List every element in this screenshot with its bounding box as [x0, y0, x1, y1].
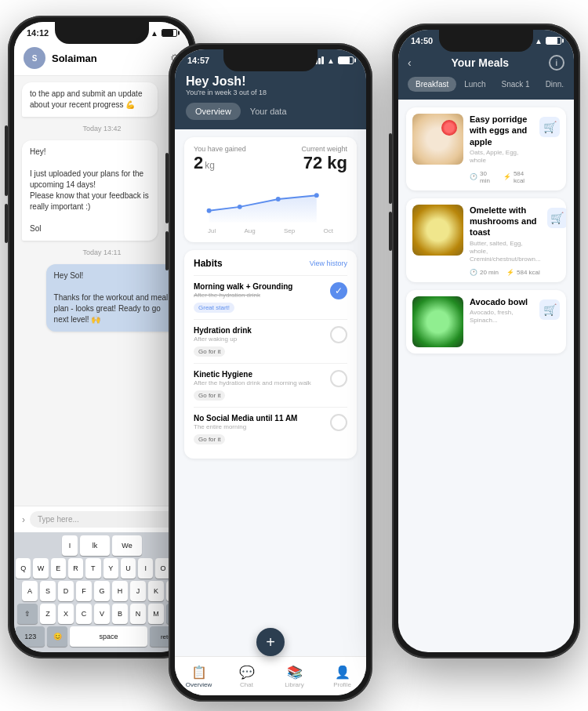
habit-check-1[interactable]: ✓ [330, 282, 347, 299]
meal-ingredients-2: Butter, salted, Egg, whole, Cremini/ches… [470, 240, 541, 264]
weight-chart [194, 180, 347, 223]
current-weight-val: 72 kg [301, 153, 347, 173]
key-i[interactable]: I [138, 558, 153, 579]
info-icon[interactable]: i [549, 55, 564, 71]
back-button[interactable]: ‹ [408, 56, 412, 69]
key-a[interactable]: A [22, 581, 38, 601]
tab-lunch[interactable]: Lunch [456, 77, 493, 92]
nav-overview[interactable]: 📋 Overview [175, 665, 223, 688]
key-e[interactable]: E [51, 558, 66, 579]
keyboard-row1: Q W E R T Y U I O P [16, 558, 188, 579]
key-w[interactable]: W [33, 558, 48, 579]
key-shift[interactable]: ⇧ [17, 604, 38, 624]
meal-time-2: 🕐 20 min [470, 269, 499, 276]
chart-label-oct: Oct [323, 227, 332, 234]
chat-messages: to the app and submit an update about yo… [14, 76, 190, 506]
phone-btn-center4 [165, 169, 169, 216]
meal-image-avocado [412, 296, 463, 347]
view-history-link[interactable]: View history [310, 259, 347, 267]
habit-check-2[interactable] [330, 326, 347, 343]
key-x[interactable]: X [58, 604, 74, 624]
key-f[interactable]: F [76, 581, 92, 601]
key-z[interactable]: Z [40, 604, 56, 624]
dash-week-info: You're in week 3 out of 18 [186, 89, 355, 96]
habit-row-3: Kinetic Hygiene After the hydration drin… [194, 370, 347, 401]
key-y[interactable]: Y [103, 558, 118, 579]
meal-add-button-1[interactable]: 🛒 [539, 117, 560, 137]
clock-icon: 🕐 [470, 173, 477, 180]
key-emoji[interactable]: 😊 [47, 626, 67, 647]
chat-input[interactable]: Type here... [30, 511, 182, 528]
nav-library[interactable]: 📚 Library [270, 665, 318, 688]
key-123[interactable]: 123 [16, 626, 45, 647]
chat-date-2: Today 14:11 [22, 248, 182, 256]
key-q[interactable]: Q [16, 558, 31, 579]
tab-your-data[interactable]: Your data [241, 103, 296, 120]
phone-notch-left [55, 22, 149, 44]
meal-add-button-2[interactable]: 🛒 [547, 208, 566, 228]
meal-card-inner-1: Easy porridge with eggs and apple Oats, … [406, 107, 566, 190]
habit-badge-1: Great start! [194, 303, 234, 313]
habit-sub-3: After the hydration drink and morning wa… [194, 379, 311, 386]
keyboard-row3: ⇧ Z X C V B N M ⌫ [16, 604, 188, 624]
chart-label-sep: Sep [284, 227, 295, 234]
meal-kcal-val-2: 584 kcal [517, 269, 540, 276]
nav-chat-label: Chat [240, 681, 253, 688]
wifi-icon: ▲ [151, 29, 158, 38]
habit-badge-2: Go for it [194, 346, 225, 357]
suggestion-i[interactable]: I [62, 535, 78, 556]
chat-icon: 💬 [239, 665, 255, 680]
key-h[interactable]: H [112, 581, 128, 601]
profile-icon: 👤 [335, 665, 350, 680]
meal-info-3: Avocado bowl Avocado, fresh, Spinach... [470, 296, 533, 330]
status-time-center: 14:57 [187, 56, 209, 65]
meal-ingredients-3: Avocado, fresh, Spinach... [470, 309, 533, 325]
chat-header: S Solaiman ⚙ [14, 41, 190, 76]
phone-notch-right [439, 30, 533, 52]
key-c[interactable]: C [76, 604, 92, 624]
key-j[interactable]: J [130, 581, 146, 601]
key-b[interactable]: B [112, 604, 128, 624]
library-icon: 📚 [287, 665, 303, 680]
meal-kcal-1: ⚡ 584 kcal [503, 170, 533, 184]
habit-row-4: No Social Media until 11 AM The entire m… [194, 414, 347, 444]
key-s[interactable]: S [40, 581, 56, 601]
meal-add-button-3[interactable]: 🛒 [539, 299, 560, 320]
key-r[interactable]: R [68, 558, 83, 579]
key-k[interactable]: K [148, 581, 164, 601]
chat-bubble-incoming: to the app and submit an update about yo… [22, 82, 158, 117]
tab-dinner[interactable]: Dinn... [538, 77, 564, 92]
habit-info-3: Kinetic Hygiene After the hydration drin… [194, 370, 311, 401]
key-d[interactable]: D [58, 581, 74, 601]
weight-card-top: You have gained 2 kg Current weight 72 k… [194, 145, 347, 173]
meal-name-1: Easy porridge with eggs and apple [470, 114, 533, 147]
tab-snack1[interactable]: Snack 1 [494, 77, 538, 92]
tab-breakfast[interactable]: Breakfast [408, 77, 456, 92]
keyboard[interactable]: I lk We Q W E R T Y U I O P [14, 532, 190, 652]
meal-meta-2: 🕐 20 min ⚡ 584 kcal [470, 269, 541, 276]
key-space[interactable]: space [70, 626, 147, 647]
suggestion-lk[interactable]: lk [80, 535, 110, 556]
weight-gained-value-row: 2 kg [194, 153, 246, 173]
status-time-left: 14:12 [27, 28, 49, 38]
key-m[interactable]: M [148, 604, 164, 624]
habits-section: Habits View history Morning walk + Groun… [184, 250, 357, 459]
habit-check-3[interactable] [330, 370, 347, 387]
key-g[interactable]: G [94, 581, 110, 601]
chat-contact-name: Solaiman [52, 53, 164, 64]
nav-chat[interactable]: 💬 Chat [223, 665, 270, 688]
nav-profile[interactable]: 👤 Profile [318, 665, 366, 688]
weight-gained-section: You have gained 2 kg [194, 145, 246, 173]
dash-greeting: Hey Josh! [186, 74, 355, 89]
habit-badge-3: Go for it [194, 390, 225, 401]
habit-check-4[interactable] [330, 414, 347, 431]
key-t[interactable]: T [85, 558, 100, 579]
tab-overview[interactable]: Overview [186, 103, 241, 120]
key-n[interactable]: N [130, 604, 146, 624]
suggestion-we[interactable]: We [112, 535, 142, 556]
key-v[interactable]: V [94, 604, 110, 624]
meal-info-2: Omelette with mushrooms and toast Butter… [470, 205, 541, 276]
fab-add-button[interactable]: + [256, 628, 285, 656]
expand-icon[interactable]: › [22, 514, 25, 525]
key-u[interactable]: U [121, 558, 136, 579]
